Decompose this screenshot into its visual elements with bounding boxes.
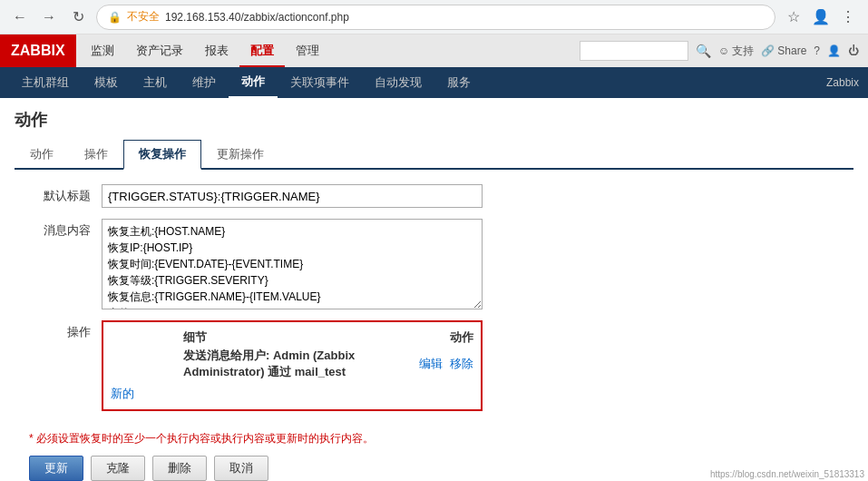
- subnav-actions[interactable]: 动作: [229, 67, 278, 98]
- share-label: Share: [777, 44, 806, 57]
- power-btn[interactable]: ⏻: [848, 44, 859, 57]
- new-link-row: 新的: [111, 382, 473, 402]
- subject-label: 默认标题: [29, 184, 102, 204]
- operations-section: 细节 动作 发送消息给用户: Admin (Zabbix Administrat…: [102, 320, 483, 411]
- operations-header: 细节 动作: [111, 329, 473, 346]
- operations-row: 操作 细节 动作 发送消息给用户: Admin (Zabbix Administ…: [29, 320, 853, 420]
- subnav-discovery[interactable]: 自动发现: [362, 67, 434, 98]
- new-operation-link[interactable]: 新的: [111, 386, 134, 402]
- message-label: 消息内容: [29, 219, 102, 239]
- menu-item-report[interactable]: 报表: [194, 34, 239, 67]
- browser-actions: ☆ 👤 ⋮: [783, 6, 859, 28]
- col-op-empty: [111, 329, 183, 346]
- tabs: 动作 操作 恢复操作 更新操作: [15, 140, 853, 170]
- clone-button[interactable]: 克隆: [91, 456, 145, 481]
- search-icon[interactable]: 🔍: [696, 44, 711, 58]
- watermark: https://blog.csdn.net/weixin_51813313: [710, 469, 864, 479]
- operation-row: 发送消息给用户: Admin (Zabbix Administrator) 通过…: [111, 346, 473, 382]
- address-bar[interactable]: 🔒 不安全 192.168.153.40/zabbix/actionconf.p…: [96, 5, 775, 30]
- tab-recovery-operations[interactable]: 恢复操作: [123, 140, 201, 170]
- lock-icon: 🔒: [108, 11, 122, 24]
- logo[interactable]: ZABBIX: [0, 34, 76, 67]
- op-actions: 编辑 移除: [401, 356, 473, 372]
- col-detail-header: 细节: [183, 329, 401, 346]
- support-btn[interactable]: ☺ 支持: [718, 44, 754, 59]
- menu-item-config[interactable]: 配置: [239, 34, 285, 67]
- back-button[interactable]: ←: [9, 6, 31, 28]
- more-button[interactable]: ⋮: [837, 6, 859, 28]
- top-nav: ZABBIX 监测 资产记录 报表 配置 管理 🔍 ☺ 支持 🔗 Share ?…: [0, 34, 868, 67]
- subnav-hosts[interactable]: 主机: [131, 67, 180, 98]
- top-right: 🔍 ☺ 支持 🔗 Share ? 👤 ⏻: [580, 41, 868, 61]
- tab-operations[interactable]: 操作: [69, 140, 123, 170]
- subnav-services[interactable]: 服务: [434, 67, 483, 98]
- tab-update-operations[interactable]: 更新操作: [201, 140, 279, 170]
- subnav-templates[interactable]: 模板: [82, 67, 131, 98]
- update-button[interactable]: 更新: [29, 456, 83, 481]
- edit-link[interactable]: 编辑: [419, 357, 443, 370]
- search-input[interactable]: [580, 41, 688, 61]
- help-btn[interactable]: ?: [814, 44, 820, 57]
- page-title: 动作: [15, 109, 853, 131]
- star-button[interactable]: ☆: [783, 6, 805, 28]
- menu-item-assets[interactable]: 资产记录: [125, 34, 194, 67]
- page-content: 动作 动作 操作 恢复操作 更新操作 默认标题 消息内容 操作 细节 动作: [0, 98, 868, 481]
- subject-input[interactable]: [102, 184, 483, 208]
- subnav-right-label: Zabbix: [826, 76, 859, 89]
- forward-button[interactable]: →: [38, 6, 60, 28]
- subject-row: 默认标题: [29, 184, 853, 208]
- message-textarea[interactable]: [102, 219, 483, 309]
- support-label: 支持: [732, 44, 754, 59]
- support-icon: ☺: [718, 44, 729, 57]
- share-icon: 🔗: [761, 44, 775, 57]
- warning-text: 必须设置恢复时的至少一个执行内容或执行内容或更新时的执行内容。: [29, 431, 853, 447]
- lock-label: 不安全: [127, 9, 160, 25]
- op-detail: 发送消息给用户: Admin (Zabbix Administrator) 通过…: [183, 348, 401, 380]
- delete-button[interactable]: 删除: [152, 456, 207, 481]
- account-button[interactable]: 👤: [810, 6, 832, 28]
- user-btn[interactable]: 👤: [827, 44, 841, 57]
- message-row: 消息内容: [29, 219, 853, 309]
- share-btn[interactable]: 🔗 Share: [761, 44, 806, 57]
- subnav-maintenance[interactable]: 维护: [180, 67, 229, 98]
- main-menu: 监测 资产记录 报表 配置 管理: [76, 34, 580, 67]
- subnav-event-correlation[interactable]: 关联项事件: [278, 67, 362, 98]
- reload-button[interactable]: ↻: [67, 6, 89, 28]
- col-action-header: 动作: [401, 329, 473, 346]
- sub-nav: 主机群组 模板 主机 维护 动作 关联项事件 自动发现 服务 Zabbix: [0, 67, 868, 98]
- sub-nav-left: 主机群组 模板 主机 维护 动作 关联项事件 自动发现 服务: [9, 67, 483, 98]
- menu-item-monitor[interactable]: 监测: [80, 34, 125, 67]
- address-text: 192.168.153.40/zabbix/actionconf.php: [165, 11, 349, 24]
- menu-item-admin[interactable]: 管理: [285, 34, 330, 67]
- subnav-host-groups[interactable]: 主机群组: [9, 67, 82, 98]
- tab-actions[interactable]: 动作: [15, 140, 69, 170]
- browser-bar: ← → ↻ 🔒 不安全 192.168.153.40/zabbix/action…: [0, 0, 868, 34]
- cancel-button[interactable]: 取消: [214, 456, 268, 481]
- remove-link[interactable]: 移除: [450, 357, 473, 370]
- operations-label: 操作: [29, 320, 102, 340]
- form-area: 默认标题 消息内容 操作 细节 动作 发送消息给用户: Admin (Zabbi…: [29, 184, 853, 481]
